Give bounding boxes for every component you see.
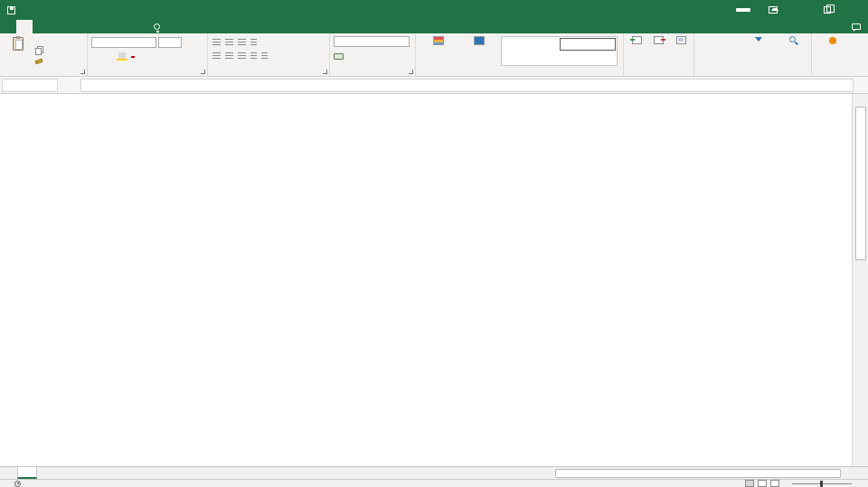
grid <box>0 94 852 466</box>
sheet-tab-active[interactable] <box>17 467 37 479</box>
copy-button[interactable] <box>35 47 45 56</box>
clipboard-dialog-launcher[interactable] <box>80 70 85 74</box>
accounting-format-button[interactable] <box>334 53 344 60</box>
font-name-select[interactable] <box>91 37 156 48</box>
find-select-button[interactable] <box>778 36 808 44</box>
cell-style-normalny[interactable] <box>560 38 616 51</box>
delete-cells-button[interactable] <box>649 36 668 46</box>
format-painter-button[interactable] <box>35 57 45 66</box>
quick-access-toolbar <box>0 6 108 14</box>
increase-indent-button[interactable] <box>260 52 269 60</box>
align-top-button[interactable] <box>212 38 222 46</box>
font-color-button[interactable] <box>131 56 135 58</box>
insert-cells-button[interactable] <box>627 36 646 46</box>
scroll-up-icon[interactable] <box>853 94 868 106</box>
decrease-indent-button[interactable] <box>250 52 258 60</box>
ribbon-display-options-icon <box>769 6 778 14</box>
tab-recenzja[interactable] <box>98 20 114 33</box>
magnifier-icon <box>789 36 796 42</box>
autosum-button[interactable] <box>698 36 741 45</box>
conditional-formatting-icon <box>433 36 444 45</box>
group-alignment <box>208 33 330 76</box>
group-cells <box>624 33 694 76</box>
font-size-select[interactable] <box>158 37 182 48</box>
alignment-dialog-launcher[interactable] <box>323 70 327 74</box>
cell-style-neutralny[interactable] <box>560 52 616 64</box>
sign-in-button[interactable] <box>736 8 750 12</box>
addins-icon <box>829 37 836 44</box>
format-as-table-button[interactable] <box>460 36 498 47</box>
tab-formuly[interactable] <box>65 20 81 33</box>
number-format-select[interactable] <box>334 36 410 47</box>
minimize-button[interactable] <box>787 0 814 20</box>
fill-button[interactable] <box>698 47 741 56</box>
sort-filter-icon <box>755 36 763 44</box>
title-bar <box>0 0 868 20</box>
clear-button[interactable] <box>698 58 741 67</box>
zoom-slider[interactable] <box>820 481 823 487</box>
group-clipboard <box>0 33 88 76</box>
group-editing <box>694 33 812 76</box>
tab-wstawianie[interactable] <box>33 20 49 33</box>
tab-pomoc[interactable] <box>130 20 146 33</box>
group-font <box>88 33 208 76</box>
font-dialog-launcher[interactable] <box>201 70 205 74</box>
cell-style-dobry[interactable] <box>503 52 559 64</box>
new-sheet-button[interactable] <box>37 467 52 479</box>
copy-icon <box>35 48 42 55</box>
paste-button[interactable] <box>4 36 33 52</box>
formula-input[interactable] <box>80 79 854 92</box>
vertical-scrollbar-thumb[interactable] <box>855 107 866 260</box>
align-bottom-button[interactable] <box>237 38 247 46</box>
tab-uklad-strony[interactable] <box>49 20 65 33</box>
format-cells-button[interactable] <box>672 36 691 46</box>
cell-style-cf1[interactable] <box>503 38 559 51</box>
ribbon-display-options-button[interactable] <box>760 0 787 20</box>
restore-button[interactable] <box>814 0 841 20</box>
merge-center-button[interactable] <box>271 51 275 60</box>
format-as-table-icon <box>474 36 485 45</box>
page-break-view-button[interactable] <box>770 480 779 487</box>
wrap-text-button[interactable] <box>264 37 266 46</box>
ribbon <box>0 33 868 77</box>
ribbon-tab-bar <box>0 20 868 33</box>
align-middle-button[interactable] <box>224 38 234 46</box>
align-right-button[interactable] <box>237 52 247 60</box>
tab-widok[interactable] <box>114 20 130 33</box>
horizontal-scrollbar-thumb[interactable] <box>555 469 841 478</box>
orientation-button[interactable] <box>250 38 258 46</box>
vertical-scrollbar[interactable] <box>852 94 868 466</box>
save-icon[interactable] <box>7 6 15 14</box>
accessibility-status[interactable] <box>14 481 24 487</box>
align-center-button[interactable] <box>224 52 234 60</box>
tab-plik[interactable] <box>0 20 16 33</box>
tell-me-box[interactable] <box>146 20 171 33</box>
insert-cells-icon <box>632 36 642 44</box>
group-number <box>330 33 416 76</box>
close-button[interactable] <box>841 0 868 20</box>
cell-styles-gallery <box>501 36 618 66</box>
normal-view-button[interactable] <box>745 480 754 487</box>
sheet-tab-bar <box>0 466 868 479</box>
horizontal-scrollbar[interactable] <box>542 467 868 479</box>
tab-narzedzia-glowne[interactable] <box>16 20 33 33</box>
group-styles <box>416 33 624 76</box>
accessibility-icon <box>14 481 21 487</box>
feedback-icon[interactable] <box>852 23 861 30</box>
number-dialog-launcher[interactable] <box>409 70 413 74</box>
lightbulb-icon <box>154 23 160 30</box>
align-left-button[interactable] <box>212 52 222 60</box>
name-box[interactable] <box>2 79 58 92</box>
scroll-down-icon[interactable] <box>853 454 868 466</box>
sort-filter-button[interactable] <box>744 36 775 46</box>
worksheet-area <box>0 94 868 466</box>
conditional-formatting-button[interactable] <box>420 36 458 47</box>
fill-color-button[interactable] <box>117 52 127 61</box>
delete-cells-icon <box>654 36 664 44</box>
cut-button[interactable] <box>35 37 45 46</box>
page-layout-view-button[interactable] <box>758 480 767 487</box>
tab-dane[interactable] <box>81 20 98 33</box>
addins-button[interactable] <box>818 36 847 45</box>
excel-window: ⋮ <box>0 0 868 487</box>
status-bar <box>0 479 868 487</box>
